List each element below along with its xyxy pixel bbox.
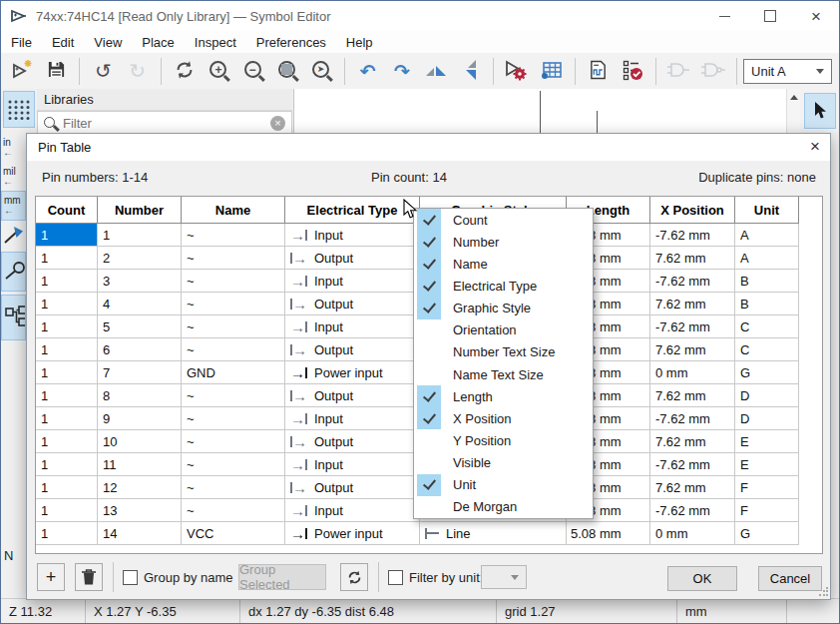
filter-by-unit-checkbox[interactable] — [388, 570, 403, 585]
cell-name[interactable]: ~ — [182, 384, 285, 407]
cell-electrical-type[interactable]: →Input — [285, 407, 420, 430]
cell-electrical-type[interactable]: →Output — [285, 247, 420, 270]
cell-number[interactable]: 11 — [98, 453, 182, 476]
cell-electrical-type[interactable]: →Power input — [285, 522, 420, 545]
cell-number[interactable]: 12 — [98, 476, 182, 499]
menu-edit[interactable]: Edit — [42, 31, 84, 53]
library-filter-input[interactable] — [61, 115, 270, 132]
colmenu-item-orientation[interactable]: Orientation — [414, 319, 593, 341]
cell-number[interactable]: 1 — [98, 224, 182, 247]
cell-electrical-type[interactable]: →Output — [285, 384, 420, 407]
menu-place[interactable]: Place — [132, 31, 185, 53]
add-pin-button[interactable]: + — [37, 563, 65, 591]
refresh-grouping-button[interactable] — [340, 563, 368, 591]
cell-unit[interactable]: E — [735, 430, 799, 453]
cell-x-position[interactable]: 7.62 mm — [650, 430, 735, 453]
erc-check-button[interactable] — [618, 56, 647, 87]
cell-count[interactable]: 1 — [36, 407, 98, 430]
colmenu-item-graphic-style[interactable]: Graphic Style — [414, 298, 593, 319]
menu-preferences[interactable]: Preferences — [246, 31, 336, 53]
cell-x-position[interactable]: -7.62 mm — [650, 315, 735, 338]
colmenu-item-y-position[interactable]: Y Position — [414, 429, 593, 451]
library-tree-button[interactable] — [1, 295, 26, 340]
cell-unit[interactable]: G — [735, 361, 799, 384]
zoom-to-fit-button[interactable] — [271, 56, 301, 87]
cell-count[interactable]: 1 — [36, 315, 98, 338]
colmenu-item-x-position[interactable]: X Position — [414, 407, 593, 429]
unit-select-dropdown[interactable]: Unit A — [743, 59, 832, 84]
colheader-number[interactable]: Number — [98, 197, 182, 224]
show-datasheet-button[interactable] — [584, 56, 614, 87]
cell-electrical-type[interactable]: →Input — [285, 499, 420, 522]
cell-number[interactable]: 13 — [98, 499, 182, 522]
units-inches-button[interactable]: in← — [1, 135, 26, 160]
colmenu-item-number-text-size[interactable]: Number Text Size — [414, 341, 593, 363]
cell-count[interactable]: 1 — [36, 499, 98, 522]
cell-x-position[interactable]: 7.62 mm — [650, 293, 735, 315]
cell-name[interactable]: GND — [182, 361, 285, 384]
cell-name[interactable]: ~ — [182, 315, 285, 338]
colmenu-item-unit[interactable]: Unit — [414, 474, 593, 496]
cell-unit[interactable]: B — [735, 270, 799, 293]
cell-number[interactable]: 5 — [98, 315, 182, 338]
cell-x-position[interactable]: -7.62 mm — [650, 453, 735, 476]
select-tool-button[interactable] — [804, 93, 836, 129]
cell-number[interactable]: 7 — [98, 361, 182, 384]
cell-unit[interactable]: D — [735, 407, 799, 430]
menu-help[interactable]: Help — [336, 31, 383, 53]
symbol-properties-button[interactable] — [502, 56, 532, 87]
save-button[interactable] — [41, 56, 71, 87]
demorgan-alternate-button[interactable] — [698, 56, 728, 87]
minimize-button[interactable] — [701, 1, 747, 31]
close-button[interactable]: × — [793, 1, 839, 31]
cell-number[interactable]: 8 — [98, 384, 182, 407]
cell-x-position[interactable]: 7.62 mm — [650, 384, 735, 407]
cell-count[interactable]: 1 — [36, 522, 98, 545]
colheader-electrical-type[interactable]: Electrical Type — [285, 197, 420, 224]
cell-number[interactable]: 10 — [98, 430, 182, 453]
undo-button[interactable]: ↺ — [88, 56, 118, 87]
cell-name[interactable]: ~ — [182, 430, 285, 453]
cell-name[interactable]: ~ — [182, 293, 285, 315]
demorgan-standard-button[interactable] — [664, 56, 694, 87]
cell-name[interactable]: ~ — [182, 270, 285, 293]
grid-dots-button[interactable] — [3, 91, 35, 128]
cell-name[interactable]: ~ — [182, 499, 285, 522]
cell-x-position[interactable]: 0 mm — [650, 361, 735, 384]
cell-name[interactable]: ~ — [182, 247, 285, 270]
cell-name[interactable]: ~ — [182, 407, 285, 430]
units-mils-button[interactable]: mil← — [1, 164, 26, 189]
cell-unit[interactable]: F — [735, 499, 799, 522]
cell-unit[interactable]: A — [735, 247, 799, 270]
cell-x-position[interactable]: -7.62 mm — [650, 270, 735, 293]
cell-count[interactable]: 1 — [36, 224, 98, 247]
cell-unit[interactable]: E — [735, 453, 799, 476]
cell-electrical-type[interactable]: →Input — [285, 224, 420, 247]
new-symbol-button[interactable] — [7, 56, 37, 87]
cell-name[interactable]: VCC — [182, 522, 285, 545]
cell-electrical-type[interactable]: →Output — [285, 293, 420, 315]
redo-button[interactable]: ↻ — [123, 56, 153, 87]
cell-electrical-type[interactable]: →Output — [285, 338, 420, 361]
cancel-button[interactable]: Cancel — [758, 566, 822, 591]
cell-unit[interactable]: D — [735, 384, 799, 407]
cell-unit[interactable]: A — [735, 224, 799, 247]
cell-x-position[interactable]: -7.62 mm — [650, 407, 735, 430]
cell-unit[interactable]: C — [735, 315, 799, 338]
dialog-close-icon[interactable]: × — [810, 137, 820, 157]
cell-number[interactable]: 3 — [98, 270, 182, 293]
ok-button[interactable]: OK — [667, 566, 737, 591]
zoom-out-button[interactable]: − — [237, 56, 267, 87]
cell-x-position[interactable]: 0 mm — [650, 522, 735, 545]
rotate-ccw-button[interactable]: ↶ — [353, 56, 383, 87]
group-by-name-checkbox[interactable] — [123, 570, 138, 585]
cell-number[interactable]: 4 — [98, 293, 182, 315]
mirror-horizontal-button[interactable] — [421, 56, 451, 87]
mirror-vertical-button[interactable] — [455, 56, 485, 87]
zoom-in-button[interactable]: + — [204, 56, 233, 87]
cell-count[interactable]: 1 — [36, 430, 98, 453]
cell-count[interactable]: 1 — [36, 384, 98, 407]
cell-number[interactable]: 2 — [98, 247, 182, 270]
clear-filter-icon[interactable]: × — [270, 116, 285, 131]
group-selected-button[interactable]: Group Selected — [238, 564, 326, 590]
